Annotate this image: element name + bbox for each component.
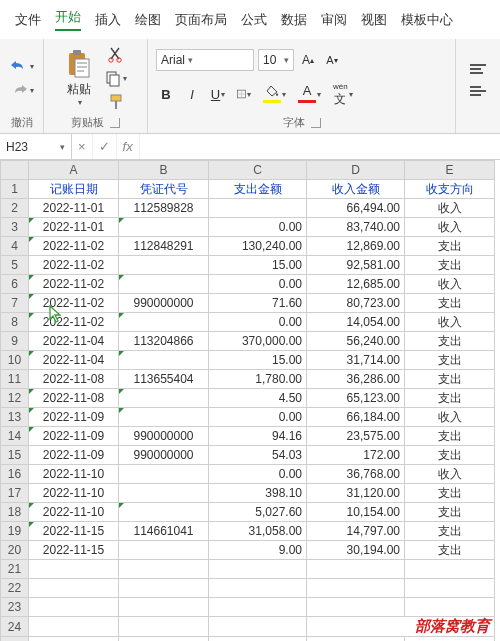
row-header-9[interactable]: 9: [1, 332, 29, 351]
cell-date[interactable]: 2022-11-08: [29, 389, 119, 408]
cell-voucher[interactable]: 114661041: [119, 522, 209, 541]
cell-direction[interactable]: 收入: [405, 408, 495, 427]
menu-item-1[interactable]: 开始: [48, 4, 88, 35]
header-cell[interactable]: 记账日期: [29, 180, 119, 199]
cell-income[interactable]: 36,286.00: [307, 370, 405, 389]
cell-date[interactable]: 2022-11-09: [29, 427, 119, 446]
cell-expense[interactable]: 0.00: [209, 275, 307, 294]
increase-font-button[interactable]: A▴: [298, 50, 318, 70]
fx-button[interactable]: fx: [117, 134, 140, 159]
cell-date[interactable]: 2022-11-02: [29, 275, 119, 294]
cell-income[interactable]: 30,194.00: [307, 541, 405, 560]
cell-voucher[interactable]: 990000000: [119, 427, 209, 446]
undo-button[interactable]: ▾: [6, 56, 37, 76]
cell-direction[interactable]: 支出: [405, 503, 495, 522]
row-header-19[interactable]: 19: [1, 522, 29, 541]
empty-cell[interactable]: [307, 637, 405, 642]
header-cell[interactable]: 收入金额: [307, 180, 405, 199]
empty-cell[interactable]: [119, 579, 209, 598]
cell-expense[interactable]: 94.16: [209, 427, 307, 446]
col-header-E[interactable]: E: [405, 161, 495, 180]
row-header-4[interactable]: 4: [1, 237, 29, 256]
cell-income[interactable]: 23,575.00: [307, 427, 405, 446]
empty-cell[interactable]: [307, 579, 405, 598]
cell-expense[interactable]: 15.00: [209, 351, 307, 370]
cell-date[interactable]: 2022-11-02: [29, 313, 119, 332]
formula-input[interactable]: [140, 134, 500, 159]
cell-direction[interactable]: 收入: [405, 465, 495, 484]
cell-expense[interactable]: 398.10: [209, 484, 307, 503]
cell-direction[interactable]: 支出: [405, 237, 495, 256]
row-header-3[interactable]: 3: [1, 218, 29, 237]
cell-income[interactable]: 31,714.00: [307, 351, 405, 370]
cell-direction[interactable]: 支出: [405, 389, 495, 408]
cell-voucher[interactable]: [119, 275, 209, 294]
accept-formula-button[interactable]: ✓: [93, 134, 117, 159]
menu-item-4[interactable]: 页面布局: [168, 7, 234, 33]
cell-date[interactable]: 2022-11-15: [29, 522, 119, 541]
row-header-21[interactable]: 21: [1, 560, 29, 579]
cell-date[interactable]: 2022-11-08: [29, 370, 119, 389]
row-header-24[interactable]: 24: [1, 617, 29, 637]
cell-date[interactable]: 2022-11-01: [29, 218, 119, 237]
cell-direction[interactable]: 收入: [405, 313, 495, 332]
row-header-23[interactable]: 23: [1, 598, 29, 617]
cell-voucher[interactable]: 113204866: [119, 332, 209, 351]
cell-direction[interactable]: 支出: [405, 351, 495, 370]
cell-expense[interactable]: 31,058.00: [209, 522, 307, 541]
row-header-11[interactable]: 11: [1, 370, 29, 389]
row-header-22[interactable]: 22: [1, 579, 29, 598]
row-header-20[interactable]: 20: [1, 541, 29, 560]
cell-income[interactable]: 14,054.00: [307, 313, 405, 332]
menu-item-6[interactable]: 数据: [274, 7, 314, 33]
empty-cell[interactable]: [209, 560, 307, 579]
row-header-2[interactable]: 2: [1, 199, 29, 218]
row-header-25[interactable]: 25: [1, 637, 29, 642]
cell-direction[interactable]: 支出: [405, 522, 495, 541]
empty-cell[interactable]: [119, 637, 209, 642]
cell-voucher[interactable]: [119, 218, 209, 237]
row-header-16[interactable]: 16: [1, 465, 29, 484]
row-header-8[interactable]: 8: [1, 313, 29, 332]
cell-voucher[interactable]: 112589828: [119, 199, 209, 218]
align-middle-button[interactable]: [467, 82, 489, 100]
menu-item-3[interactable]: 绘图: [128, 7, 168, 33]
row-header-13[interactable]: 13: [1, 408, 29, 427]
cell-direction[interactable]: 支出: [405, 541, 495, 560]
brand-cell[interactable]: 部落窝教育: [307, 617, 495, 637]
cell-date[interactable]: 2022-11-10: [29, 503, 119, 522]
cell-expense[interactable]: 0.00: [209, 408, 307, 427]
empty-cell[interactable]: [307, 560, 405, 579]
cell-income[interactable]: 66,494.00: [307, 199, 405, 218]
empty-cell[interactable]: [29, 560, 119, 579]
empty-cell[interactable]: [405, 579, 495, 598]
cell-voucher[interactable]: 112848291: [119, 237, 209, 256]
empty-cell[interactable]: [405, 560, 495, 579]
decrease-font-button[interactable]: A▾: [322, 50, 342, 70]
cell-voucher[interactable]: 990000000: [119, 446, 209, 465]
header-cell[interactable]: 支出金额: [209, 180, 307, 199]
phonetic-guide-button[interactable]: wén文▾: [330, 81, 356, 107]
menu-item-8[interactable]: 视图: [354, 7, 394, 33]
empty-cell[interactable]: [29, 637, 119, 642]
cell-income[interactable]: 12,685.00: [307, 275, 405, 294]
cell-direction[interactable]: 支出: [405, 294, 495, 313]
cell-direction[interactable]: 支出: [405, 256, 495, 275]
menu-item-7[interactable]: 审阅: [314, 7, 354, 33]
cancel-formula-button[interactable]: ×: [72, 134, 93, 159]
cell-expense[interactable]: 54.03: [209, 446, 307, 465]
cut-button[interactable]: [101, 43, 130, 65]
cell-income[interactable]: 65,123.00: [307, 389, 405, 408]
align-top-button[interactable]: [467, 60, 489, 78]
cell-income[interactable]: 36,768.00: [307, 465, 405, 484]
cell-date[interactable]: 2022-11-10: [29, 484, 119, 503]
cell-expense[interactable]: 15.00: [209, 256, 307, 275]
empty-cell[interactable]: [119, 598, 209, 617]
font-size-select[interactable]: 10▾: [258, 49, 294, 71]
row-header-5[interactable]: 5: [1, 256, 29, 275]
cell-income[interactable]: 31,120.00: [307, 484, 405, 503]
cell-date[interactable]: 2022-11-15: [29, 541, 119, 560]
cell-date[interactable]: 2022-11-02: [29, 237, 119, 256]
cell-voucher[interactable]: [119, 256, 209, 275]
row-header-18[interactable]: 18: [1, 503, 29, 522]
